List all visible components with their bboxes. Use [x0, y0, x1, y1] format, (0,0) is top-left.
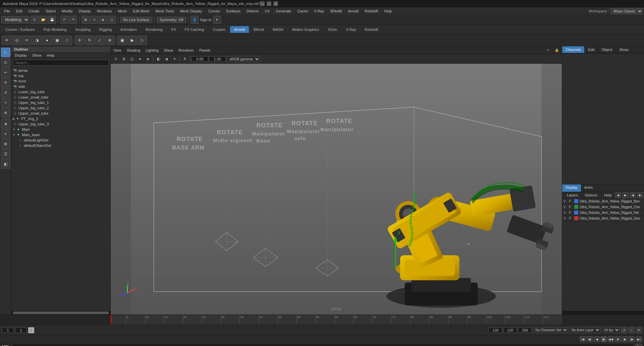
tree-item-default-light-set[interactable]: ○ defaultLightSet [11, 137, 110, 143]
vp-menu-view[interactable]: View [112, 48, 123, 53]
sphere-icon-btn[interactable]: ● [42, 36, 52, 45]
tree-item-pt-ring-2[interactable]: ▶ ✦ PT_ring_2 [11, 116, 110, 121]
no-live-surface-btn[interactable]: No Live Surface [120, 17, 152, 23]
options-tab[interactable]: Options [581, 192, 601, 198]
prev-frame-btn[interactable]: ◀ [594, 336, 600, 342]
menu-windows[interactable]: Windows [94, 8, 115, 14]
sign-in-btn[interactable]: 👤 [191, 16, 199, 24]
select-icon-btn[interactable]: ✦ [2, 36, 11, 45]
play-rev-btn[interactable]: ◀◀ [608, 336, 614, 342]
bot-tab-anim[interactable]: Anim [581, 184, 596, 192]
workspace-dropdown[interactable]: Maya Classic [610, 8, 643, 14]
lasso-tool[interactable]: ⊙ [1, 58, 10, 67]
audio-btn[interactable]: ♪ [629, 327, 635, 333]
menu-redshift[interactable]: Redshift [362, 8, 381, 14]
menu-select[interactable]: Select [43, 8, 59, 14]
tab-xgen[interactable]: XGen [324, 26, 341, 33]
tab-bifrost[interactable]: Bifrost [250, 26, 268, 33]
timeline-ruler[interactable]: 0510152025303540455055606570758085909510… [111, 315, 562, 325]
outliner-help-menu[interactable]: Help [44, 53, 57, 58]
move-tool[interactable]: ✛ [1, 78, 10, 87]
go-start-btn[interactable]: |◀ [580, 336, 586, 342]
menu-help[interactable]: Help [382, 8, 395, 14]
layer-row-3[interactable]: V P Ultra_Robotic_Arm_Yellow_Rigged_Geo [562, 216, 644, 221]
prev-key-btn[interactable]: ◀| [587, 336, 593, 342]
tab-animation[interactable]: Animation [116, 26, 141, 33]
aa-btn[interactable]: A [181, 55, 189, 63]
tree-item-main[interactable]: ▼ ✦ Main [11, 127, 110, 132]
tab-redshift[interactable]: Redshift [361, 26, 382, 33]
viewport-canvas[interactable]: Y ROTATE BASE ARM ROTATE Midle sigment R… [111, 64, 562, 314]
select-tool[interactable]: ↖ [1, 48, 10, 57]
stop-btn[interactable]: ■ [615, 336, 621, 342]
right-bottom-scroll[interactable] [562, 310, 644, 314]
menu-arnold[interactable]: Arnold [345, 8, 361, 14]
frame-current-input[interactable] [15, 328, 27, 333]
attr-tool[interactable]: ≡ [1, 129, 10, 138]
tree-item-upper-big-tube-1[interactable]: ◇ Upper_big_tube_1 [11, 100, 110, 105]
outliner-display-menu[interactable]: Display [12, 53, 30, 58]
menu-vray[interactable]: V-Ray [311, 8, 327, 14]
xray-btn[interactable]: ◑ [163, 55, 170, 63]
universal-icon-btn[interactable]: ⊕ [105, 36, 114, 45]
menu-file[interactable]: File [1, 8, 13, 14]
tree-item-persp[interactable]: 📷 persp [11, 68, 110, 73]
vp-menu-panels[interactable]: Panels [198, 48, 212, 53]
title-bar-controls[interactable]: — □ ✕ [260, 1, 278, 6]
layer-next2[interactable]: ▶ [637, 192, 643, 198]
render-icon-btn[interactable]: ▶ [127, 36, 137, 45]
sign-in-dropdown[interactable]: ▾ [213, 16, 221, 24]
layer-row-0[interactable]: V P Ultra_Robotic_Arm_Yellow_Rigged_Bon [562, 198, 644, 204]
menu-modify[interactable]: Modify [59, 8, 75, 14]
script-run-btn[interactable]: ▶ [635, 344, 642, 346]
tree-item-lower-small-tube[interactable]: ◇ Lower_small_tube [11, 95, 110, 100]
camera-icon-btn[interactable]: ▣ [117, 36, 127, 45]
menu-mesh-tools[interactable]: Mesh Tools [153, 8, 176, 14]
prev-btn[interactable]: ◀ [615, 192, 621, 198]
soft-icon-btn[interactable]: ◑ [32, 36, 42, 45]
menu-edit-mesh[interactable]: Edit Mesh [130, 8, 152, 14]
layer-visibility-v[interactable]: V [564, 217, 569, 220]
snap-curve-btn[interactable]: ∿ [90, 16, 98, 24]
next-frame-btn[interactable]: ▶ [622, 336, 628, 342]
layer-playback-p[interactable]: P [569, 217, 574, 220]
bot-tab-display[interactable]: Display [562, 184, 581, 192]
layer-prev2[interactable]: ◀ [630, 192, 636, 198]
grid-btn[interactable]: ⊞ [120, 55, 127, 63]
tab-rigging[interactable]: Rigging [95, 26, 116, 33]
universal-tool[interactable]: ⊕ [1, 108, 10, 117]
refresh-btn[interactable]: ↺ [621, 327, 627, 333]
snap-grid-btn[interactable]: ⊞ [82, 16, 90, 24]
render-tool[interactable]: ◧ [1, 159, 10, 169]
no-anim-layer-select[interactable]: No Anim Layer [569, 327, 600, 333]
render2-icon-btn[interactable]: ▷ [138, 36, 147, 45]
frame-start-input[interactable] [2, 328, 14, 333]
menu-cache[interactable]: Cache [294, 8, 311, 14]
tab-curves-surfaces[interactable]: Curves / Surfaces [1, 26, 39, 33]
tab-arnold[interactable]: Arnold [230, 26, 249, 33]
gamma-dropdown[interactable]: sRGB gamma [226, 56, 260, 62]
tree-item-top[interactable]: 📷 top [11, 73, 110, 78]
tree-item-lower-big-tube[interactable]: ◇ Lower_big_tube [11, 89, 110, 95]
tree-item-front[interactable]: 📷 front [11, 78, 110, 84]
tab-fx[interactable]: FX [167, 26, 180, 33]
channel-tool[interactable]: ⊞ [1, 139, 10, 149]
right-tab-show[interactable]: Show [616, 46, 632, 53]
menu-generate[interactable]: Generate [273, 8, 294, 14]
smooth-btn[interactable]: ● [136, 55, 144, 63]
lasso-icon-btn[interactable]: ◎ [12, 36, 21, 45]
menu-3dtoall[interactable]: 3DtoAll [327, 8, 344, 14]
menu-mesh-display[interactable]: Mesh Display [177, 8, 205, 14]
close-btn[interactable]: ✕ [273, 1, 278, 6]
layer-playback-p[interactable]: P [569, 211, 574, 215]
menu-deform[interactable]: Deform [244, 8, 261, 14]
layer-visibility-v[interactable]: V [564, 199, 569, 203]
tab-vray[interactable]: V-Ray [342, 26, 360, 33]
layer-playback-p[interactable]: P [569, 205, 574, 209]
new-btn[interactable]: 🗋 [31, 16, 39, 24]
camera-sel-btn[interactable]: ⊙ [112, 55, 119, 63]
open-btn[interactable]: 📂 [39, 16, 47, 24]
cube-icon-btn[interactable]: ▣ [52, 36, 62, 45]
restore-btn[interactable]: □ [267, 1, 271, 6]
scale-icon-btn[interactable]: ⤢ [95, 36, 104, 45]
